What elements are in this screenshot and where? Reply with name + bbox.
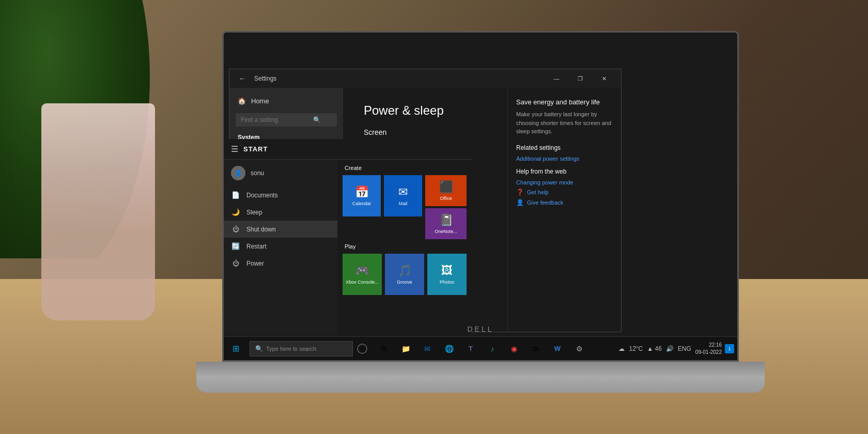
- back-button[interactable]: ←: [235, 72, 250, 85]
- dell-logo: DELL: [467, 325, 493, 333]
- notification-badge[interactable]: 1: [725, 344, 734, 353]
- cloud-tray-icon[interactable]: ☁: [617, 344, 626, 353]
- onenote-tile[interactable]: 📓 OneNote...: [425, 208, 467, 239]
- taskbar-app-spotify[interactable]: ♪: [482, 337, 503, 361]
- create-section-label: Create: [343, 165, 467, 171]
- mail-app-icon: ✉: [424, 345, 430, 353]
- search-input[interactable]: [241, 116, 313, 123]
- related-settings-title: Related settings: [516, 144, 613, 151]
- start-title: START: [243, 145, 268, 153]
- clock-date: 09-01-2022: [695, 349, 722, 356]
- home-icon: 🏠: [238, 97, 246, 105]
- taskbar-app-file-explorer[interactable]: 📁: [395, 337, 416, 361]
- onenote-tile-label: OneNote...: [435, 229, 457, 235]
- taskbar-app-edge[interactable]: 🌐: [439, 337, 459, 361]
- sidebar-home-item[interactable]: 🏠 Home: [229, 93, 343, 109]
- groove-tile[interactable]: 🎵 Groove: [385, 254, 424, 295]
- temperature-tray: 12°C: [628, 344, 644, 353]
- home-label: Home: [251, 97, 269, 105]
- window-controls: — ❐ ✕: [545, 70, 616, 87]
- taskbar-app-chrome[interactable]: ◉: [504, 337, 524, 361]
- start-menu-body: 👤 sonu 📄 Documents 🌙 Sleep ⏻ Shut down: [224, 160, 472, 335]
- start-menu: ☰ START 👤 sonu 📄 Documents 🌙: [224, 139, 472, 335]
- taskbar-app-mail[interactable]: ✉: [417, 337, 438, 361]
- restart-icon: 🔄: [231, 242, 240, 250]
- battery-tray: ▲ 46: [646, 344, 663, 353]
- language-tray: ENG: [677, 344, 692, 353]
- give-feedback-link[interactable]: Give feedback: [527, 199, 563, 206]
- screen-section-title: Screen: [364, 128, 487, 136]
- tip-title: Save energy and battery life: [516, 98, 613, 106]
- create-tiles-row: 📅 Calendar ✉ Mail ⬛ Office: [343, 175, 467, 239]
- power-label: Power: [246, 260, 264, 267]
- give-feedback-item[interactable]: 👤 Give feedback: [516, 199, 613, 206]
- start-user-item[interactable]: 👤 sonu: [224, 160, 337, 187]
- xbox-tile-label: Xbox Console...: [346, 280, 379, 285]
- sidebar-search-box[interactable]: 🔍: [236, 113, 337, 127]
- shutdown-label: Shut down: [246, 226, 276, 233]
- taskbar-settings-icon: ⚙: [576, 345, 583, 353]
- office-tile[interactable]: ⬛ Office: [425, 175, 467, 206]
- restore-button[interactable]: ❐: [568, 70, 592, 87]
- username-label: sonu: [251, 169, 264, 177]
- xbox-tile[interactable]: 🎮 Xbox Console...: [343, 254, 382, 295]
- sleep-icon: 🌙: [231, 208, 240, 216]
- taskbar-tray: ☁ 12°C ▲ 46 🔊 ENG 22:16 09-01-2022 1: [617, 342, 737, 356]
- power-icon: ⏻: [231, 259, 240, 267]
- play-tiles-row: 🎮 Xbox Console... 🎵 Groove 🖼 Photos: [343, 254, 467, 295]
- xbox-tile-icon: 🎮: [355, 264, 369, 277]
- calendar-tile[interactable]: 📅 Calendar: [343, 175, 381, 216]
- groove-tile-label: Groove: [397, 280, 412, 285]
- taskbar-search-icon: 🔍: [255, 345, 263, 352]
- taskbar-app-word[interactable]: W: [547, 337, 568, 361]
- taskbar-app-task-view[interactable]: ⧉: [374, 337, 394, 361]
- calendar-tile-label: Calendar: [352, 201, 371, 207]
- documents-label: Documents: [246, 192, 278, 199]
- taskbar-search-placeholder: Type here to search: [266, 346, 316, 352]
- documents-icon: 📄: [231, 191, 240, 199]
- windows-logo-icon: ⊞: [233, 344, 239, 353]
- system-clock: 22:16 09-01-2022: [695, 342, 722, 356]
- office-tile-icon: ⬛: [439, 180, 453, 194]
- help-web-title: Help from the web: [516, 168, 613, 175]
- laptop-frame: ← Settings — ❐ ✕ 🏠 Home 🔍: [196, 31, 765, 393]
- task-view-icon: ⧉: [381, 344, 386, 353]
- taskbar-app-teams[interactable]: T: [460, 337, 481, 361]
- calendar-tile-icon: 📅: [355, 185, 369, 199]
- taskbar-app-settings[interactable]: ⚙: [569, 337, 590, 361]
- volume-tray[interactable]: 🔊: [665, 344, 675, 353]
- edge-icon: 🌐: [445, 345, 454, 353]
- additional-power-settings-link[interactable]: Additional power settings: [516, 156, 613, 162]
- start-item-documents[interactable]: 📄 Documents: [224, 187, 337, 204]
- play-section-label: Play: [343, 243, 467, 250]
- start-item-power[interactable]: ⏻ Power: [224, 255, 337, 272]
- coffee-cup: [41, 103, 155, 320]
- cortana-button[interactable]: ○: [353, 339, 371, 358]
- taskbar: ⊞ 🔍 Type here to search ○ ⧉ 📁 ✉: [224, 336, 737, 360]
- start-button[interactable]: ⊞: [224, 337, 247, 361]
- taskbar-app-store[interactable]: 🛍: [525, 337, 546, 361]
- right-tile-column: ⬛ Office 📓 OneNote...: [425, 175, 467, 239]
- groove-tile-icon: 🎵: [398, 264, 412, 277]
- settings-titlebar: ← Settings — ❐ ✕: [229, 69, 621, 88]
- shutdown-icon: ⏻: [231, 225, 240, 233]
- tip-text: Make your battery last longer by choosin…: [516, 110, 613, 136]
- start-item-shutdown[interactable]: ⏻ Shut down: [224, 221, 337, 238]
- cortana-circle-icon: ○: [357, 344, 367, 354]
- get-help-icon: ❓: [516, 189, 524, 196]
- taskbar-search-box[interactable]: 🔍 Type here to search: [250, 341, 353, 357]
- start-item-sleep[interactable]: 🌙 Sleep: [224, 204, 337, 221]
- get-help-link[interactable]: Get help: [527, 189, 549, 195]
- clock-time: 22:16: [695, 342, 722, 349]
- minimize-button[interactable]: —: [545, 70, 568, 87]
- start-item-restart[interactable]: 🔄 Restart: [224, 238, 337, 255]
- photos-tile[interactable]: 🖼 Photos: [427, 254, 467, 295]
- changing-power-mode-link[interactable]: Changing power mode: [516, 179, 613, 185]
- laptop-screen: ← Settings — ❐ ✕ 🏠 Home 🔍: [222, 31, 739, 362]
- spotify-icon: ♪: [491, 345, 494, 353]
- hamburger-icon[interactable]: ☰: [231, 144, 238, 154]
- mail-tile-icon: ✉: [398, 185, 408, 199]
- close-button[interactable]: ✕: [592, 70, 616, 87]
- mail-tile[interactable]: ✉ Mail: [384, 175, 422, 216]
- get-help-item[interactable]: ❓ Get help: [516, 189, 613, 196]
